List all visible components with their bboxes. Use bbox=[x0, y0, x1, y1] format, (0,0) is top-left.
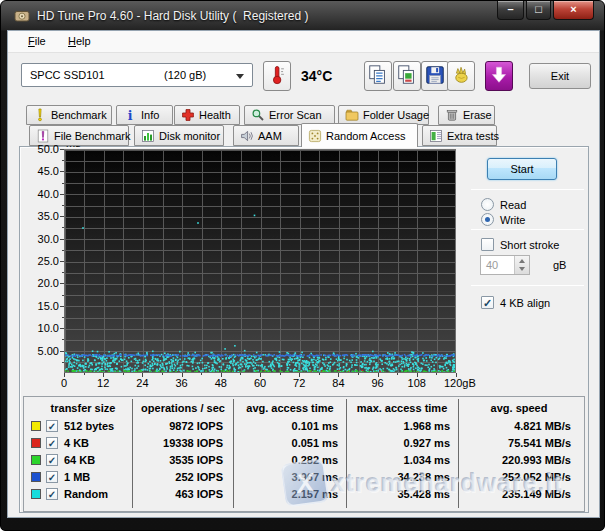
tab-folder-usage[interactable]: Folder Usage bbox=[338, 105, 429, 125]
y-minor-tick bbox=[62, 362, 64, 363]
send-icon bbox=[450, 76, 472, 88]
write-label[interactable]: Write bbox=[500, 214, 525, 226]
drive-select-dropdown[interactable]: SPCC SSD101 (120 gB) bbox=[21, 63, 253, 87]
4kb-align-checkbox[interactable]: ✓ bbox=[481, 296, 494, 309]
y-tick bbox=[60, 283, 64, 284]
folder-icon bbox=[345, 108, 359, 122]
window-title: HD Tune Pro 4.60 - Hard Disk Utility ( R… bbox=[37, 9, 308, 23]
trash-icon bbox=[445, 108, 459, 122]
temperature-button[interactable] bbox=[263, 61, 291, 91]
x-minor-tick bbox=[240, 373, 241, 375]
row-checkbox-1-mb[interactable]: ✓ bbox=[46, 471, 58, 483]
tab-label: Error Scan bbox=[269, 109, 322, 121]
row-checkbox-64-kb[interactable]: ✓ bbox=[46, 454, 58, 466]
copy-image-icon bbox=[396, 76, 418, 88]
info-icon: i bbox=[123, 108, 137, 122]
y-tick-label: 10.0 bbox=[25, 322, 59, 334]
y-tick-label: 25.0 bbox=[25, 255, 59, 267]
tab-extra-tests[interactable]: Extra tests bbox=[422, 125, 497, 146]
x-minor-tick bbox=[397, 373, 398, 375]
tab-random-access[interactable]: Random Access bbox=[301, 123, 418, 147]
start-button[interactable]: Start bbox=[487, 158, 557, 180]
tab-error-scan[interactable]: Error Scan bbox=[244, 105, 335, 125]
row-avg-access: 2.157 ms bbox=[239, 488, 338, 500]
column-divider bbox=[346, 399, 347, 508]
x-tick-label: 108 bbox=[402, 377, 432, 389]
close-button[interactable]: × bbox=[553, 1, 594, 20]
spin-down-icon[interactable] bbox=[519, 267, 525, 271]
row-ops: 463 IOPS bbox=[135, 488, 223, 500]
x-tick bbox=[456, 373, 457, 377]
4kb-align-label[interactable]: 4 KB align bbox=[500, 297, 550, 309]
row-avg-access: 0.282 ms bbox=[239, 454, 338, 466]
menu-item-help[interactable]: Help bbox=[62, 35, 97, 47]
y-tick-label: 5.00 bbox=[25, 345, 59, 357]
row-avg-speed: 4.821 MB/s bbox=[461, 420, 571, 432]
row-ops: 3535 IOPS bbox=[135, 454, 223, 466]
read-label[interactable]: Read bbox=[500, 199, 526, 211]
row-label: Random bbox=[64, 488, 108, 500]
tab-benchmark[interactable]: Benchmark bbox=[26, 105, 112, 125]
maximize-button[interactable]: □ bbox=[526, 1, 551, 20]
table-header-3: avg. access time bbox=[237, 402, 343, 414]
row-checkbox-4-kb[interactable]: ✓ bbox=[46, 437, 58, 449]
spin-up-icon[interactable] bbox=[519, 259, 525, 263]
tab-aam[interactable]: AAM bbox=[233, 125, 299, 146]
dice-icon bbox=[308, 129, 322, 143]
row-avg-access: 0.101 ms bbox=[239, 420, 338, 432]
y-tick-label: 20.0 bbox=[25, 277, 59, 289]
y-tick-label: 30.0 bbox=[25, 233, 59, 245]
menu-item-file[interactable]: File bbox=[22, 35, 52, 47]
row-checkbox-random[interactable]: ✓ bbox=[46, 488, 58, 500]
stroke-size-spinner[interactable]: 40 bbox=[480, 255, 530, 275]
tab-label: Extra tests bbox=[447, 130, 499, 142]
temperature-value: 34°C bbox=[301, 68, 332, 84]
short-stroke-label[interactable]: Short stroke bbox=[500, 239, 559, 251]
tab-label: Erase bbox=[463, 109, 492, 121]
menu-bar: FileHelp bbox=[8, 31, 599, 53]
copy-image-button[interactable] bbox=[393, 61, 421, 91]
write-radio[interactable] bbox=[481, 213, 494, 226]
x-tick bbox=[103, 373, 104, 377]
y-tick-label: 45.0 bbox=[25, 165, 59, 177]
save-button[interactable] bbox=[421, 61, 449, 91]
title-bar[interactable]: HD Tune Pro 4.60 - Hard Disk Utility ( R… bbox=[1, 1, 604, 30]
x-tick-label: 36 bbox=[167, 377, 197, 389]
tab-disk-monitor[interactable]: Disk monitor bbox=[134, 125, 224, 146]
column-divider bbox=[132, 399, 133, 508]
x-tick-label: 24 bbox=[127, 377, 157, 389]
row-avg-speed: 220.993 MB/s bbox=[461, 454, 571, 466]
tab-label: Info bbox=[141, 109, 159, 121]
series-color-swatch bbox=[31, 472, 41, 482]
row-checkbox-512-bytes[interactable]: ✓ bbox=[46, 420, 58, 432]
series-color-swatch bbox=[31, 438, 41, 448]
table-header-4: max. access time bbox=[349, 402, 455, 414]
x-tick bbox=[182, 373, 183, 377]
x-tick-label: 12 bbox=[88, 377, 118, 389]
y-minor-tick bbox=[62, 183, 64, 184]
exclaim-purple-icon bbox=[36, 129, 50, 143]
tab-health[interactable]: Health bbox=[174, 105, 240, 125]
copy-text-icon bbox=[367, 76, 389, 88]
disk-monitor-icon bbox=[141, 129, 155, 143]
send-button[interactable] bbox=[447, 61, 475, 91]
row-ops: 9872 IOPS bbox=[135, 420, 223, 432]
y-minor-tick bbox=[62, 250, 64, 251]
download-button[interactable] bbox=[485, 61, 513, 91]
read-radio[interactable] bbox=[481, 198, 494, 211]
random-access-scatter-plot bbox=[64, 149, 456, 373]
tab-label: Random Access bbox=[326, 130, 405, 142]
extra-tests-icon bbox=[429, 129, 443, 143]
row-avg-speed: 252.052 MB/s bbox=[461, 471, 571, 483]
speaker-icon bbox=[240, 129, 254, 143]
y-minor-tick bbox=[62, 317, 64, 318]
exit-button[interactable]: Exit bbox=[529, 63, 591, 89]
exclaim-yellow-icon bbox=[33, 108, 47, 122]
tab-erase[interactable]: Erase bbox=[438, 105, 495, 125]
copy-text-button[interactable] bbox=[364, 61, 392, 91]
spinner-buttons[interactable] bbox=[514, 256, 529, 274]
x-minor-tick bbox=[123, 373, 124, 375]
tab-info[interactable]: iInfo bbox=[116, 105, 173, 125]
minimize-button[interactable]: – bbox=[497, 1, 524, 20]
short-stroke-checkbox[interactable] bbox=[481, 238, 494, 251]
